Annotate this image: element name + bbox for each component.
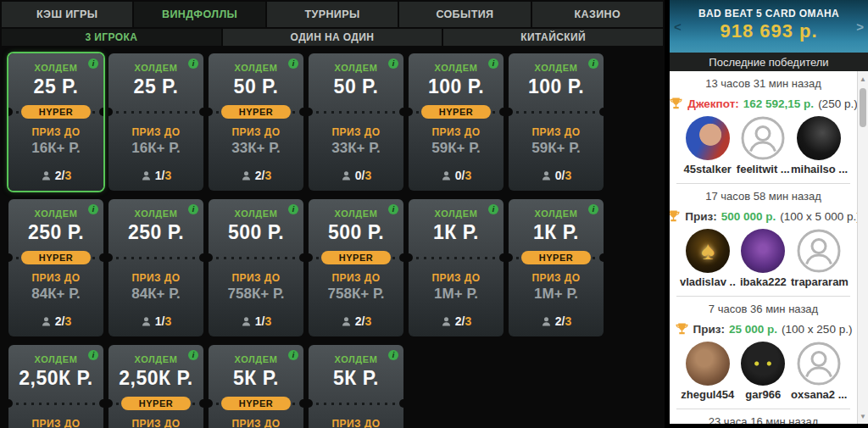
info-icon[interactable]: i: [488, 58, 498, 69]
info-icon[interactable]: i: [188, 204, 198, 214]
scroll-up-icon[interactable]: ▲: [858, 73, 868, 85]
trophy-icon: [675, 322, 689, 336]
winner-name: gar966: [736, 388, 792, 401]
game-tile[interactable]: iХОЛДЕМ1К Р.HYPERПРИЗ ДО1М+ Р.2/3: [509, 199, 604, 336]
winner-player[interactable]: 45stalker: [680, 116, 736, 175]
info-icon[interactable]: i: [88, 350, 98, 360]
players-current: 1: [155, 169, 162, 182]
game-tile[interactable]: iХОЛДЕМ50 Р.ПРИЗ ДО33К+ Р.0/3: [309, 53, 403, 191]
placeholder-avatar[interactable]: [797, 229, 841, 273]
player-count-icon: [141, 170, 152, 181]
tab-cash-games[interactable]: КЭШ ИГРЫ: [2, 2, 132, 27]
game-tile[interactable]: iХОЛДЕМ5К Р.HYPERПРИЗ ДО1,80М+ Р.: [209, 345, 303, 428]
winner-player[interactable]: feelitwit ...: [736, 116, 792, 175]
winner-name: vladislav ..: [680, 275, 736, 288]
game-tile[interactable]: iХОЛДЕМ100 Р.ПРИЗ ДО59К+ Р.0/3: [509, 53, 604, 191]
players-current: 1: [255, 314, 262, 328]
scroll-down-icon[interactable]: ▼: [858, 410, 868, 422]
info-icon[interactable]: i: [388, 350, 398, 360]
placeholder-avatar[interactable]: [741, 116, 785, 160]
game-tile-grid: iХОЛДЕМ25 Р.HYPERПРИЗ ДО16К+ Р.2/3iХОЛДЕ…: [8, 53, 604, 428]
poker-lobby: КЭШ ИГРЫВИНДФОЛЛЫТУРНИРЫСОБЫТИЯКАЗИНО 3 …: [0, 0, 868, 428]
ticket-notch: [499, 108, 504, 116]
player-count-icon: [341, 316, 352, 327]
info-icon[interactable]: i: [88, 58, 98, 69]
man-portrait-avatar[interactable]: [686, 116, 730, 160]
info-icon[interactable]: i: [188, 58, 198, 69]
banner-prev-arrow-icon[interactable]: <: [674, 20, 682, 33]
info-icon[interactable]: i: [388, 58, 398, 69]
black-cat-avatar[interactable]: [797, 116, 841, 160]
players-max: 3: [64, 314, 71, 328]
game-tile[interactable]: iХОЛДЕМ2,50К Р.ПРИЗ ДО1,30М+ Р.: [8, 345, 103, 428]
ticket-notch: [399, 108, 403, 116]
purple-face-avatar[interactable]: [741, 229, 785, 273]
winner-player[interactable]: trapararam: [791, 229, 847, 288]
game-tile[interactable]: iХОЛДЕМ25 Р.HYPERПРИЗ ДО16К+ Р.2/3: [8, 53, 103, 191]
game-tile[interactable]: iХОЛДЕМ2,50К Р.HYPERПРИЗ ДО1,30М+ Р.: [108, 345, 203, 428]
monkey-avatar[interactable]: [686, 342, 730, 386]
player-count-icon: [241, 170, 252, 181]
subtab-chinese[interactable]: КИТАЙСКИЙ: [443, 29, 663, 46]
game-tile[interactable]: iХОЛДЕМ500 Р.ПРИЗ ДО758К+ Р.1/3: [209, 199, 303, 336]
subtab-heads-up[interactable]: ОДИН НА ОДИН: [223, 29, 442, 46]
tile-buyin: 1К Р.: [509, 221, 604, 244]
subtab-3-players[interactable]: 3 ИГРОКА: [2, 29, 221, 46]
winner-player[interactable]: vladislav ..: [680, 229, 736, 288]
tile-buyin: 50 Р.: [209, 75, 303, 98]
tile-prize-amount: 1М+ Р.: [409, 286, 504, 303]
game-tile[interactable]: iХОЛДЕМ250 Р.HYPERПРИЗ ДО84К+ Р.2/3: [8, 199, 103, 336]
player-count-icon: [141, 316, 152, 327]
hyper-badge: HYPER: [21, 251, 91, 264]
winner-player[interactable]: oxsana2 ...: [791, 342, 847, 401]
tab-tournaments[interactable]: ТУРНИРЫ: [267, 2, 398, 27]
tile-prize-amount: 33К+ Р.: [209, 140, 303, 157]
info-icon[interactable]: i: [388, 204, 398, 214]
tile-player-count: 2/3: [509, 314, 604, 329]
winner-name: trapararam: [791, 275, 847, 288]
tile-prize-label: ПРИЗ ДО: [309, 126, 403, 138]
tab-events[interactable]: СОБЫТИЯ: [399, 2, 530, 27]
players-max: 3: [164, 314, 171, 328]
ticket-perforation: [509, 111, 604, 114]
winner-name: mihailso ...: [791, 163, 847, 175]
tile-prize-amount: 758К+ Р.: [309, 286, 403, 303]
winner-player[interactable]: gar966: [736, 342, 792, 401]
tile-buyin: 2,50К Р.: [108, 367, 203, 390]
ticket-notch: [99, 399, 103, 408]
tile-player-count: 1/3: [108, 314, 203, 329]
winner-player[interactable]: ibaka222: [736, 229, 791, 288]
player-count-icon: [541, 170, 552, 181]
game-tile[interactable]: iХОЛДЕМ100 Р.HYPERПРИЗ ДО59К+ Р.0/3: [409, 53, 504, 191]
game-tile[interactable]: iХОЛДЕМ5К Р.ПРИЗ ДО1,80М+ Р.: [309, 345, 403, 428]
golden-spade-avatar[interactable]: [686, 229, 730, 273]
winner-entry: 7 часов 36 мин назадПриз:25 000 р.(100 x…: [670, 297, 857, 409]
players-current: 1: [155, 314, 162, 328]
game-tile[interactable]: iХОЛДЕМ50 Р.HYPERПРИЗ ДО33К+ Р.2/3: [209, 53, 303, 191]
info-icon[interactable]: i: [488, 204, 498, 214]
tab-windfalls[interactable]: ВИНДФОЛЛЫ: [134, 2, 264, 27]
banner-next-arrow-icon[interactable]: >: [856, 20, 864, 33]
scrollbar-thumb[interactable]: [860, 88, 866, 127]
player-count-icon: [341, 170, 352, 181]
ticket-notch: [108, 108, 113, 116]
info-icon[interactable]: i: [588, 204, 598, 214]
winner-player[interactable]: mihailso ...: [791, 116, 847, 175]
game-tile[interactable]: iХОЛДЕМ1К Р.ПРИЗ ДО1М+ Р.2/3: [409, 199, 504, 336]
tile-player-count: 2/3: [409, 314, 504, 329]
jackpot-banner[interactable]: < BAD BEAT 5 CARD OMAHA 918 693 р. >: [670, 0, 868, 53]
placeholder-avatar[interactable]: [797, 342, 841, 386]
info-icon[interactable]: i: [288, 58, 298, 69]
tab-casino[interactable]: КАЗИНО: [532, 2, 663, 27]
info-icon[interactable]: i: [288, 204, 298, 214]
info-icon[interactable]: i: [588, 58, 598, 69]
game-tile[interactable]: iХОЛДЕМ250 Р.ПРИЗ ДО84К+ Р.1/3: [108, 199, 203, 336]
scrollbar[interactable]: ▲ ▼: [857, 71, 868, 424]
game-tile[interactable]: iХОЛДЕМ25 Р.ПРИЗ ДО16К+ Р.1/3: [108, 53, 203, 191]
info-icon[interactable]: i: [288, 350, 298, 360]
panther-avatar[interactable]: [741, 342, 785, 386]
game-tile[interactable]: iХОЛДЕМ500 Р.HYPERПРИЗ ДО758К+ Р.2/3: [309, 199, 403, 336]
info-icon[interactable]: i: [88, 204, 98, 214]
info-icon[interactable]: i: [188, 350, 198, 360]
winner-player[interactable]: zhegul454: [680, 342, 736, 401]
